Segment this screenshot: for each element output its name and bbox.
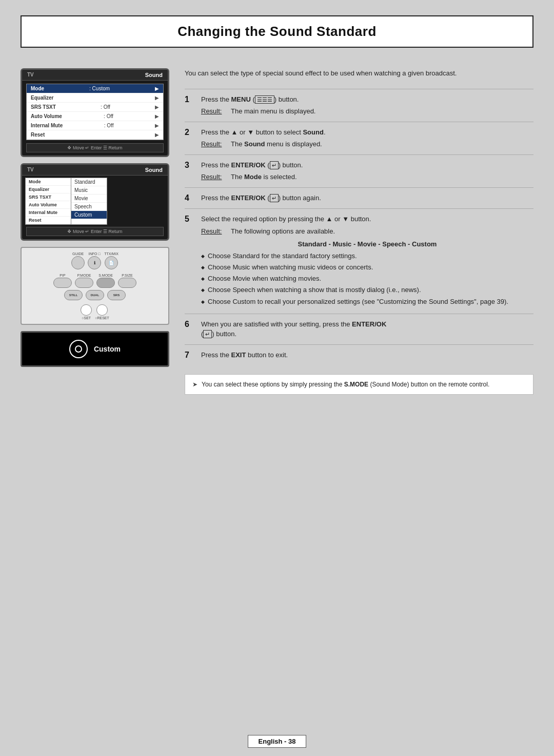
sound-modes-list: Choose Standard for the standard factory…	[201, 251, 533, 306]
tv-row-reset: Reset ▶	[27, 130, 163, 140]
tv-row-srstsxt: SRS TSXT : Off ▶	[27, 103, 163, 112]
remote-dual-btn: DUAL	[86, 290, 104, 300]
remote-set-btn	[81, 304, 92, 316]
remote-info-btn: ℹ	[88, 256, 101, 269]
tv-footer-1: ❖ Move ↵ Enter ☰ Return	[26, 143, 164, 152]
remote-psize-btn	[118, 278, 136, 288]
tv-menu-2: Mode Equalizer SRS TSXT Auto Volume Inte	[25, 178, 165, 225]
step-1: 1 Press the MENU (☰☰☰) button. Result: T…	[185, 89, 533, 122]
tv-row-autovolume: Auto Volume : Off ▶	[27, 112, 163, 121]
page-title-bar: Changing the Sound Standard	[21, 15, 533, 48]
step-3: 3 Press the ENTER/OK (↵) button. Result:…	[185, 154, 533, 187]
remote-pmode-btn	[75, 278, 93, 288]
bullet-speech: Choose Speech when watching a show that …	[201, 285, 533, 295]
steps-list: 1 Press the MENU (☰☰☰) button. Result: T…	[185, 89, 533, 366]
remote-reset-btn	[96, 304, 108, 316]
page-footer: English - 38	[0, 730, 554, 756]
page-number: English - 38	[248, 735, 307, 748]
bullet-custom: Choose Custom to recall your personalize…	[201, 297, 533, 306]
tv-footer-2: ❖ Move ↵ Enter ☰ Return	[26, 227, 164, 236]
right-column: You can select the type of special sound…	[185, 63, 533, 709]
tv-dropdown-2: Standard Music Movie Speech Custom	[71, 178, 107, 225]
remote-guide-btn	[71, 256, 85, 269]
custom-display-box: Custom	[21, 331, 169, 367]
note-box: ➤ You can select these options by simply…	[185, 374, 533, 395]
step-5: 5 Select the required option by pressing…	[185, 208, 533, 313]
remote-ttx-btn: 📄	[105, 256, 118, 269]
remote-control: GUIDE INFO □ ℹ TTX/MIX 📄	[21, 247, 169, 325]
tv-row-mode: Mode : Custom ▶	[27, 84, 163, 93]
step-7: 7 Press the EXIT button to exit.	[185, 344, 533, 366]
custom-icon	[69, 340, 88, 358]
tv-header-2: TV Sound	[22, 165, 168, 176]
remote-pip-btn	[53, 278, 72, 288]
tv-menu-2-left: Mode Equalizer SRS TSXT Auto Volume Inte	[25, 178, 71, 225]
remote-srs-btn: SRS	[107, 290, 126, 300]
remote-still-btn: STILL	[64, 290, 83, 300]
left-column: TV Sound Mode : Custom ▶ Equalizer ▶ SRS…	[21, 63, 169, 709]
page-title: Changing the Sound Standard	[37, 24, 517, 40]
tv-row-equalizer: Equalizer ▶	[27, 93, 163, 103]
intro-paragraph: You can select the type of special sound…	[185, 68, 533, 79]
step-6: 6 When you are satisfied with your setti…	[185, 314, 533, 344]
custom-label: Custom	[94, 345, 121, 353]
sound-modes-label: Standard - Music - Movie - Speech - Cust…	[201, 239, 533, 249]
tv-screen-1: TV Sound Mode : Custom ▶ Equalizer ▶ SRS…	[21, 68, 169, 157]
tv-menu-1: Mode : Custom ▶ Equalizer ▶ SRS TSXT : O…	[26, 84, 164, 140]
step-2: 2 Press the ▲ or ▼ button to select Soun…	[185, 122, 533, 154]
step-4: 4 Press the ENTER/OK (↵) button again.	[185, 187, 533, 209]
bullet-standard: Choose Standard for the standard factory…	[201, 251, 533, 261]
bullet-movie: Choose Movie when watching movies.	[201, 274, 533, 283]
bullet-music: Choose Music when watching music videos …	[201, 263, 533, 272]
tv-row-internalmute: Internal Mute : Off ▶	[27, 121, 163, 130]
tv-header-1: TV Sound	[22, 70, 168, 81]
tv-screen-2: TV Sound Mode Equalizer SRS TSXT	[21, 163, 169, 241]
remote-smode-btn	[96, 278, 115, 288]
